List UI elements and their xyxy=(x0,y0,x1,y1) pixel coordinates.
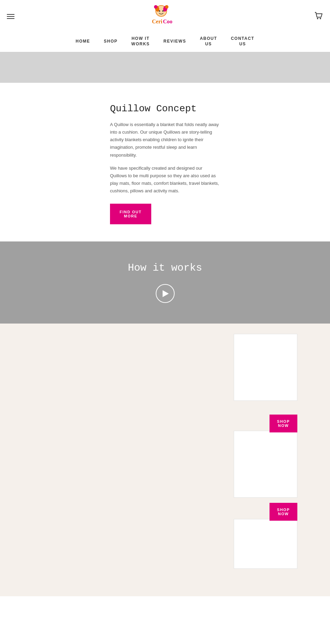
navigation: HOME SHOP HOW ITWORKS REVIEWS ABOUTUS CO… xyxy=(0,33,330,52)
shop-now-button-2[interactable]: SHOPNOW xyxy=(270,503,297,521)
concept-content: Quillow Concept A Quillow is essentially… xyxy=(110,103,220,224)
svg-point-5 xyxy=(159,10,160,12)
play-video-button[interactable] xyxy=(156,284,175,303)
svg-text:Coo: Coo xyxy=(163,19,173,24)
shop-now-button-1[interactable]: SHOPNOW xyxy=(270,415,297,432)
shop-now-area-1: SHOPNOW xyxy=(0,411,330,431)
logo-area: Ceri Coo xyxy=(14,3,314,29)
nav-reviews[interactable]: REVIEWS xyxy=(164,39,186,44)
products-section: SHOPNOW SHOPNOW xyxy=(0,324,330,596)
nav-how-it-works[interactable]: HOW ITWORKS xyxy=(131,36,150,47)
cart-button[interactable] xyxy=(314,11,323,22)
how-it-works-section: How it works xyxy=(0,241,330,324)
product-entry-2 xyxy=(0,431,330,498)
product-card-3 xyxy=(234,519,297,569)
product-entry-3 xyxy=(0,519,330,569)
svg-point-10 xyxy=(320,18,321,19)
play-icon xyxy=(163,290,169,297)
logo-image: Ceri Coo xyxy=(147,3,181,29)
cart-icon xyxy=(314,11,323,21)
hamburger-menu[interactable] xyxy=(7,14,14,19)
header: Ceri Coo xyxy=(0,0,330,33)
product-card-1 xyxy=(234,334,297,401)
concept-paragraph-1: A Quillow is essentially a blanket that … xyxy=(110,121,220,159)
svg-point-6 xyxy=(162,10,164,12)
concept-section: Quillow Concept A Quillow is essentially… xyxy=(0,83,330,241)
find-out-more-button[interactable]: FIND OUTMORE xyxy=(110,204,151,224)
product-entry-1 xyxy=(0,334,330,401)
how-it-works-title: How it works xyxy=(128,262,202,274)
svg-point-3 xyxy=(154,5,157,9)
product-image-2 xyxy=(234,431,297,498)
svg-text:Ceri: Ceri xyxy=(152,19,163,24)
nav-shop[interactable]: SHOP xyxy=(104,39,118,44)
logo[interactable]: Ceri Coo xyxy=(147,3,181,29)
svg-point-4 xyxy=(165,5,168,9)
product-image-1 xyxy=(234,334,297,401)
shop-now-area-2: SHOPNOW xyxy=(0,503,330,519)
concept-paragraph-2: We have specifically created and designe… xyxy=(110,165,220,195)
svg-point-9 xyxy=(317,18,318,19)
nav-about-us[interactable]: ABOUTUS xyxy=(200,36,217,47)
concept-title: Quillow Concept xyxy=(110,103,220,114)
hero-banner xyxy=(0,52,330,83)
product-image-3 xyxy=(234,519,297,569)
nav-contact-us[interactable]: CONTACTUS xyxy=(231,36,254,47)
product-card-2 xyxy=(234,431,297,498)
nav-home[interactable]: HOME xyxy=(76,39,90,44)
